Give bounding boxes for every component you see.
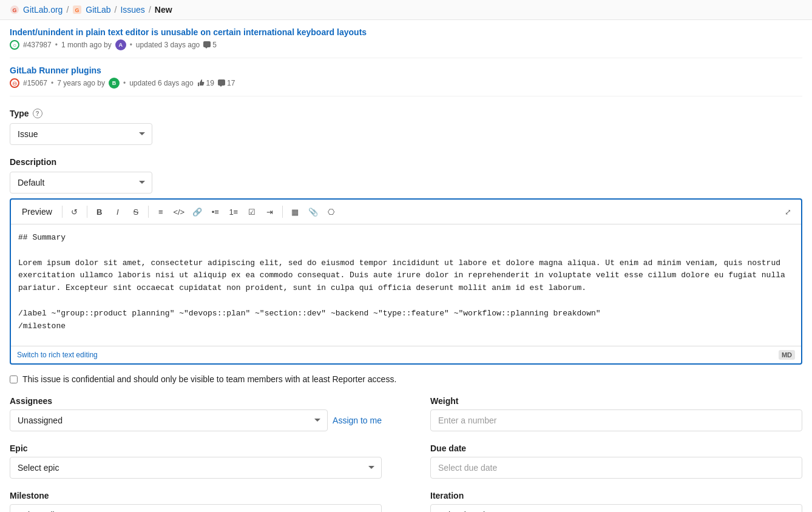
rich-text-switch[interactable]: Switch to rich text editing xyxy=(17,351,98,359)
due-date-label: Due date xyxy=(430,443,802,453)
code-button[interactable]: </> xyxy=(171,203,188,220)
diagram-button[interactable]: ⎔ xyxy=(323,203,340,220)
thumbs-count: 19 xyxy=(206,79,214,87)
toolbar-separator xyxy=(148,206,149,218)
editor-footer: Switch to rich text editing MD xyxy=(11,346,801,363)
issue-meta: ○ #437987 • 1 month ago by A • updated 3… xyxy=(10,39,802,50)
issue-time: 1 month ago by xyxy=(61,41,112,49)
comment-icon xyxy=(218,79,225,87)
confidential-label[interactable]: This issue is confidential and should on… xyxy=(22,374,396,384)
comment-count: 17 xyxy=(227,79,235,87)
expand-button[interactable]: ⤢ xyxy=(779,203,796,220)
iteration-label: Iteration xyxy=(430,491,802,500)
milestone-field: Milestone Select milestone xyxy=(10,491,382,512)
issue-number: #15067 xyxy=(23,79,47,87)
confidential-checkbox[interactable] xyxy=(10,376,18,383)
breadcrumb-org[interactable]: GitLab.org xyxy=(23,5,63,15)
comments-icon-group: 17 xyxy=(218,79,235,87)
avatar: B xyxy=(109,78,120,89)
assignees-row: Unassigned Assign to me xyxy=(10,409,382,431)
weight-input[interactable] xyxy=(430,409,802,431)
description-select[interactable]: Default Bug Feature Docs xyxy=(10,172,152,194)
avatar: A xyxy=(115,39,126,50)
toolbar-separator xyxy=(282,206,283,218)
assignees-label: Assignees xyxy=(10,396,382,406)
type-label: Type ? xyxy=(10,109,802,118)
italic-button[interactable]: I xyxy=(109,203,126,220)
toolbar-separator xyxy=(87,206,87,218)
due-date-field: Due date xyxy=(430,443,802,479)
issue-title[interactable]: Indent/unindent in plain text editor is … xyxy=(10,27,802,37)
issue-time: 7 years ago by xyxy=(57,79,105,87)
breadcrumb-group[interactable]: GitLab xyxy=(86,5,110,15)
svg-text:G: G xyxy=(75,7,80,13)
gitlab-group-icon: G xyxy=(72,5,82,15)
issue-updated: updated 6 days ago xyxy=(129,79,193,87)
confidential-row: This issue is confidential and should on… xyxy=(10,374,802,384)
preview-tab[interactable]: Preview xyxy=(16,204,58,219)
form-grid: Assignees Unassigned Assign to me Weight… xyxy=(10,396,802,512)
indent-button[interactable]: ⇥ xyxy=(262,203,279,220)
type-help-icon[interactable]: ? xyxy=(33,109,42,118)
numbered-list-button[interactable]: 1≡ xyxy=(225,203,242,220)
editor-content[interactable]: ## Summary Lorem ipsum dolor sit amet, c… xyxy=(11,224,801,346)
type-select[interactable]: Issue Incident Test Case xyxy=(10,123,152,145)
description-section: Description Default Bug Feature Docs xyxy=(10,157,802,194)
assign-to-me-link[interactable]: Assign to me xyxy=(333,416,382,425)
editor-toolbar: Preview ↺ B I S ≡ </> 🔗 •≡ 1≡ ☑ ⇥ ▦ 📎 ⎔ … xyxy=(11,200,801,224)
issue-number: #437987 xyxy=(23,41,52,49)
svg-text:G: G xyxy=(12,7,16,13)
issue-status-open-icon: ○ xyxy=(10,40,19,50)
description-label: Description xyxy=(10,157,802,167)
epic-select[interactable]: Select epic xyxy=(10,457,382,479)
editor-wrapper: Preview ↺ B I S ≡ </> 🔗 •≡ 1≡ ☑ ⇥ ▦ 📎 ⎔ … xyxy=(10,198,802,365)
gitlab-org-icon: G xyxy=(10,5,19,15)
issue-item: GitLab Runner plugins ⊖ #15067 • 7 years… xyxy=(10,58,802,96)
breadcrumb: G GitLab.org / G GitLab / Issues / New xyxy=(0,0,812,20)
assignees-select[interactable]: Unassigned xyxy=(10,409,328,431)
epic-field: Epic Select epic xyxy=(10,443,382,479)
issue-title[interactable]: GitLab Runner plugins xyxy=(10,66,802,75)
thumbs-icon-group: 19 xyxy=(197,79,214,87)
undo-button[interactable]: ↺ xyxy=(66,203,83,220)
issue-meta: ⊖ #15067 • 7 years ago by B • updated 6 … xyxy=(10,78,802,89)
assignees-field: Assignees Unassigned Assign to me xyxy=(10,396,382,431)
type-section: Type ? Issue Incident Test Case xyxy=(10,109,802,145)
weight-field: Weight xyxy=(430,396,802,431)
issue-updated: updated 3 days ago xyxy=(136,41,200,49)
thumbs-up-icon xyxy=(197,79,205,87)
checklist-button[interactable]: ☑ xyxy=(243,203,260,220)
bullet-list-button[interactable]: •≡ xyxy=(207,203,224,220)
iteration-select[interactable]: Select iteration xyxy=(430,504,802,512)
ordered-list-button[interactable]: ≡ xyxy=(152,203,169,220)
milestone-select[interactable]: Select milestone xyxy=(10,504,382,512)
epic-label: Epic xyxy=(10,443,382,453)
md-badge: MD xyxy=(779,350,795,360)
due-date-input[interactable] xyxy=(430,457,802,479)
comment-icon xyxy=(203,41,211,49)
milestone-label: Milestone xyxy=(10,491,382,500)
bold-button[interactable]: B xyxy=(91,203,108,220)
table-button[interactable]: ▦ xyxy=(286,203,303,220)
breadcrumb-current: New xyxy=(155,5,172,15)
strikethrough-button[interactable]: S xyxy=(127,203,144,220)
comments-icon-group: 5 xyxy=(203,41,217,49)
weight-label: Weight xyxy=(430,396,802,406)
comment-count: 5 xyxy=(212,41,217,49)
issue-item: Indent/unindent in plain text editor is … xyxy=(10,20,802,58)
attach-button[interactable]: 📎 xyxy=(305,203,322,220)
breadcrumb-section[interactable]: Issues xyxy=(120,5,144,15)
iteration-field: Iteration Select iteration xyxy=(430,491,802,512)
link-button[interactable]: 🔗 xyxy=(189,203,206,220)
toolbar-separator xyxy=(62,206,63,218)
main-content: Indent/unindent in plain text editor is … xyxy=(0,20,812,512)
issue-status-closed-icon: ⊖ xyxy=(10,78,19,88)
